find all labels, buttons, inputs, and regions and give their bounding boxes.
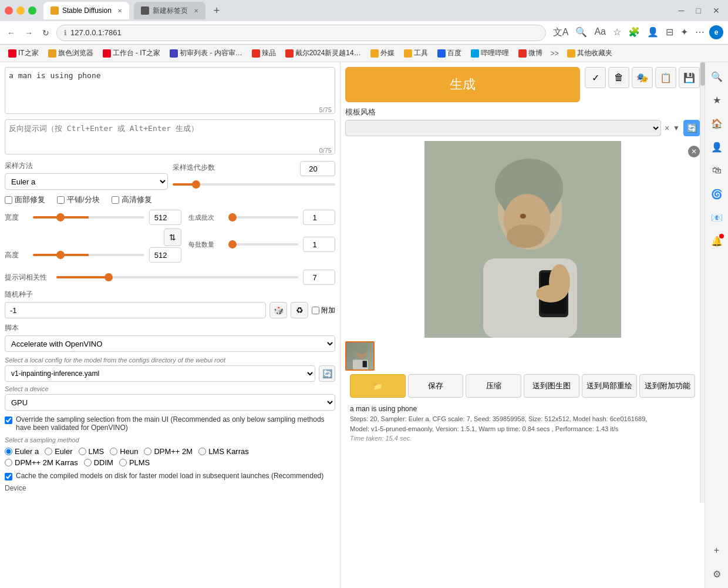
bookmark-it-home[interactable]: IT之家 [5, 47, 42, 59]
bookmarks-more[interactable]: >> [548, 48, 561, 59]
batch-size-input[interactable] [303, 237, 335, 252]
sidebar-search-icon[interactable]: 🔍 [707, 67, 726, 86]
dice-button[interactable]: 🎲 [269, 302, 287, 318]
width-input[interactable] [149, 210, 181, 225]
radio-ddim[interactable]: DDIM [84, 458, 113, 467]
template-dropdown-icon[interactable]: ▼ [673, 124, 680, 132]
radio-heun[interactable]: Heun [110, 447, 138, 456]
generate-button[interactable]: 生成 [345, 67, 580, 102]
tab-new-tab[interactable]: 新建标签页 ✕ [134, 2, 205, 19]
recycle-button[interactable]: ♻ [291, 302, 308, 318]
radio-dpm2m[interactable]: DPM++ 2M [144, 447, 193, 456]
batch-count-slider[interactable] [228, 216, 298, 219]
address-bar[interactable]: ℹ 127.0.0.1:7861 [56, 25, 546, 41]
radio-dpm2m-karras[interactable]: DPM++ 2M Karras [5, 458, 78, 467]
cache-checkbox-label[interactable]: Cache the compiled models on disk for fa… [5, 472, 323, 481]
cfg-slider[interactable] [56, 276, 298, 278]
edge-button[interactable]: e [709, 25, 723, 39]
window-minimize[interactable]: ─ [675, 5, 688, 16]
extra-seed-checkbox[interactable]: 附加 [312, 305, 335, 315]
sidebar-icon[interactable]: ⊟ [663, 25, 676, 40]
width-slider[interactable] [33, 216, 144, 219]
refresh-button[interactable]: ↻ [40, 26, 52, 40]
maximize-button[interactable] [28, 6, 36, 15]
prompt-input[interactable]: a man is using phone [5, 67, 335, 114]
radio-lms[interactable]: LMS [79, 447, 105, 456]
face-fix-checkbox[interactable]: 面部修复 [5, 194, 45, 205]
sidebar-outlook-icon[interactable]: 📧 [707, 208, 726, 227]
send-to-inpaint-button[interactable]: 送到局部重绘 [582, 374, 638, 398]
profile-icon[interactable]: 👤 [645, 25, 661, 40]
tab-close-new[interactable]: ✕ [194, 8, 198, 14]
save-button[interactable]: 保存 [408, 374, 464, 398]
height-input[interactable] [149, 247, 181, 263]
override-checkbox-label[interactable]: Override the sampling selection from the… [5, 415, 335, 432]
bookmark-jd[interactable]: 戴尔2024新灵越14… [282, 47, 365, 59]
save-disk-button[interactable]: 💾 [679, 67, 700, 88]
thumbnail-1[interactable] [345, 341, 375, 371]
minimize-button[interactable] [16, 6, 25, 15]
tab-stable-diffusion[interactable]: Stable Diffusion ✕ [43, 2, 129, 19]
window-maximize[interactable]: □ [693, 5, 705, 16]
bookmark-workbench[interactable]: 工作台 - IT之家 [99, 47, 164, 59]
script-select[interactable]: Accelerate with OpenVINO [5, 335, 335, 352]
compress-button[interactable]: 压缩 [466, 374, 521, 398]
template-clear-icon[interactable]: × [665, 123, 669, 133]
tab-close-stable-diffusion[interactable]: ✕ [117, 8, 122, 14]
radio-euler[interactable]: Euler [45, 447, 72, 456]
template-select[interactable] [345, 120, 661, 136]
tiling-checkbox[interactable]: 平铺/分块 [57, 194, 100, 205]
bookmark-tools[interactable]: 工具 [400, 47, 432, 59]
swap-dimensions-button[interactable]: ⇅ [164, 229, 181, 246]
window-close[interactable]: ✕ [709, 5, 723, 16]
sidebar-favorites-icon[interactable]: ★ [707, 90, 726, 109]
folder-button[interactable]: 📁 [350, 374, 406, 398]
neg-prompt-input[interactable] [5, 119, 335, 154]
bookmark-other[interactable]: 其他收藏夹 [564, 47, 616, 59]
cache-checkbox-input[interactable] [5, 473, 12, 481]
config-refresh-button[interactable]: 🔄 [319, 365, 335, 382]
radio-euler-a[interactable]: Euler a [5, 447, 39, 456]
template-refresh-button[interactable]: 🔄 [683, 120, 700, 136]
seed-input[interactable] [5, 302, 266, 318]
sidebar-history-icon[interactable]: 🏠 [707, 114, 726, 133]
scrollbar-thumb[interactable] [700, 62, 705, 86]
steps-input[interactable] [300, 161, 335, 176]
sampling-select[interactable]: Euler a Euler LMS Heun DPM++ 2M [5, 173, 168, 190]
bookmark-mail[interactable]: 初审列表 - 内容审… [166, 47, 246, 59]
config-select[interactable]: v1-inpainting-inference.yaml [5, 365, 315, 382]
back-button[interactable]: ← [5, 26, 18, 40]
cfg-input[interactable] [303, 270, 335, 285]
search-icon[interactable]: 🔍 [573, 25, 589, 40]
override-checkbox-input[interactable] [5, 416, 12, 424]
copilot-icon[interactable]: ✦ [678, 25, 690, 40]
close-button[interactable] [5, 6, 13, 15]
style-button[interactable]: 🎭 [632, 67, 653, 88]
bookmark-weibo[interactable]: 微博 [515, 47, 546, 59]
translate-icon[interactable]: 文A [551, 25, 571, 40]
reader-icon[interactable]: Aa [592, 25, 608, 40]
zip-button[interactable]: 📋 [655, 67, 676, 88]
batch-count-input[interactable] [303, 210, 335, 225]
steps-slider[interactable] [173, 183, 336, 186]
batch-size-slider[interactable] [228, 243, 298, 246]
send-to-extra-button[interactable]: 送到附加功能 [639, 374, 695, 398]
forward-button[interactable]: → [22, 26, 35, 40]
sidebar-collections-icon[interactable]: 👤 [707, 137, 726, 156]
sidebar-settings-icon[interactable]: ⚙ [707, 565, 726, 583]
bookmark-spicy[interactable]: 辣品 [248, 47, 279, 59]
new-tab-button[interactable]: + [214, 5, 220, 17]
height-slider[interactable] [33, 254, 144, 256]
hires-fix-checkbox[interactable]: 高清修复 [112, 194, 152, 205]
bookmark-baidu[interactable]: 百度 [434, 47, 465, 59]
device-select[interactable]: GPU CPU [5, 394, 335, 411]
settings-icon[interactable]: ⋯ [693, 25, 707, 40]
favorites-icon[interactable]: ☆ [611, 25, 623, 40]
radio-plms[interactable]: PLMS [119, 458, 150, 467]
sidebar-add-icon[interactable]: + [707, 541, 726, 560]
bookmark-foreign[interactable]: 外媒 [367, 47, 398, 59]
sidebar-notification-icon[interactable]: 🔔 [707, 231, 726, 250]
send-to-img-button[interactable]: 送到图生图 [524, 374, 579, 398]
bookmark-bilibili[interactable]: 哔哩哔哩 [467, 47, 513, 59]
check-button[interactable]: ✓ [585, 67, 606, 88]
